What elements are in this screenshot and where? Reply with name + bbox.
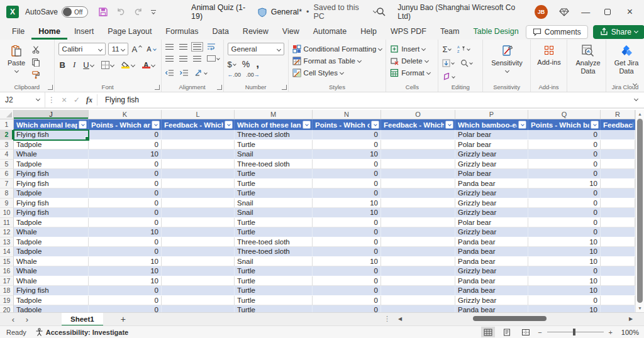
sensitivity-label[interactable]: General* [271, 8, 302, 16]
cell-J9[interactable]: Flying fish [14, 199, 89, 209]
cell-M13[interactable]: Three-toed sloth [235, 237, 313, 248]
cell-P11[interactable]: Polar bear [455, 218, 528, 228]
font-size-select[interactable]: 11 [108, 43, 128, 55]
sheet-nav-right-icon[interactable]: › [20, 315, 34, 324]
cell-N14[interactable]: 0 [313, 247, 381, 257]
vertical-scroll-thumb[interactable] [637, 119, 643, 303]
cell-N9[interactable]: 10 [313, 199, 381, 209]
addins-button[interactable]: Add-ins [535, 43, 564, 67]
row-header-6[interactable]: 6 [0, 169, 14, 179]
cell-Q5[interactable]: 0 [528, 160, 601, 170]
cell-L7[interactable] [162, 179, 235, 189]
row-header-15[interactable]: 15 [0, 257, 14, 267]
clear-button[interactable] [442, 70, 455, 83]
cell-M9[interactable]: Snail [235, 199, 313, 209]
cell-K5[interactable]: 0 [89, 160, 162, 170]
select-all-corner[interactable] [0, 110, 14, 119]
filter-button-Q[interactable] [591, 121, 599, 129]
tab-insert[interactable]: Insert [67, 24, 101, 40]
diamond-icon[interactable] [559, 7, 569, 17]
cell-O11[interactable] [381, 218, 455, 228]
cell-K20[interactable]: 0 [89, 305, 162, 312]
cell-P7[interactable]: Panda bear [455, 179, 528, 189]
tab-automate[interactable]: Automate [306, 24, 354, 40]
insert-function-icon[interactable]: fx [83, 95, 96, 105]
row-header-4[interactable]: 4 [0, 150, 14, 160]
table-header-cell-J1[interactable]: Which animal leaps o [14, 119, 89, 130]
cell-O18[interactable] [381, 286, 455, 296]
cell-O7[interactable] [381, 179, 455, 189]
cell-M2[interactable]: Three-toed sloth [235, 130, 313, 140]
column-header-N[interactable]: N [313, 110, 381, 119]
cell-L11[interactable] [162, 218, 235, 228]
row-header-2[interactable]: 2 [0, 130, 14, 140]
horizontal-scroll-thumb[interactable] [473, 316, 546, 321]
cell-J19[interactable]: Tadpole [14, 296, 89, 306]
cell-R8[interactable] [601, 188, 635, 199]
cell-P8[interactable]: Grizzly bear [455, 188, 528, 199]
cell-J2[interactable]: Flying fish [14, 130, 89, 140]
cell-Q14[interactable]: 10 [528, 247, 601, 257]
table-header-cell-Q1[interactable]: Points - Which bamb [528, 119, 601, 130]
increase-decimal-button[interactable]: ←.00 [228, 72, 242, 78]
cell-J10[interactable]: Flying fish [14, 208, 89, 218]
horizontal-scroll-track[interactable] [404, 312, 626, 325]
cell-N4[interactable]: 10 [313, 150, 381, 160]
cell-R14[interactable] [601, 247, 635, 257]
cell-P4[interactable]: Grizzly bear [455, 150, 528, 160]
filter-button-J[interactable] [79, 121, 87, 129]
cell-K10[interactable]: 0 [89, 208, 162, 218]
cell-Q18[interactable]: 10 [528, 286, 601, 296]
cell-J4[interactable]: Whale [14, 150, 89, 160]
row-header-17[interactable]: 17 [0, 276, 14, 286]
cell-N5[interactable]: 0 [313, 160, 381, 170]
cell-O3[interactable] [381, 140, 455, 150]
paste-button[interactable]: Paste [4, 43, 29, 72]
decrease-decimal-button[interactable]: .00→ [246, 72, 260, 78]
cell-M16[interactable]: Turtle [235, 266, 313, 276]
orientation-button[interactable] [194, 67, 207, 79]
cell-R10[interactable] [601, 208, 635, 218]
decrease-indent-icon[interactable] [165, 70, 174, 76]
accessibility-status[interactable]: Accessibility: Investigate [35, 328, 128, 336]
cell-M3[interactable]: Turtle [235, 140, 313, 150]
cell-R20[interactable] [601, 305, 635, 312]
table-header-cell-M1[interactable]: Which of these land a [235, 119, 313, 130]
percent-button[interactable]: % [242, 59, 250, 69]
column-header-K[interactable]: K [89, 110, 162, 119]
cell-J18[interactable]: Flying fish [14, 286, 89, 296]
cell-O12[interactable] [381, 227, 455, 237]
tab-team[interactable]: Team [433, 24, 467, 40]
cell-Q13[interactable]: 10 [528, 237, 601, 248]
cell-N8[interactable]: 0 [313, 188, 381, 199]
cell-R3[interactable] [601, 140, 635, 150]
zoom-in-button[interactable]: + [609, 329, 613, 336]
currency-button[interactable]: $ [228, 58, 236, 70]
cell-K18[interactable]: 0 [89, 286, 162, 296]
cell-P9[interactable]: Grizzly bear [455, 199, 528, 209]
cell-O16[interactable] [381, 266, 455, 276]
column-header-L[interactable]: L [162, 110, 235, 119]
cell-P16[interactable]: Grizzly bear [455, 266, 528, 276]
copy-icon[interactable] [31, 58, 42, 68]
column-header-R[interactable]: R [601, 110, 635, 119]
cell-K4[interactable]: 10 [89, 150, 162, 160]
scroll-right-icon[interactable]: ▶ [626, 316, 635, 322]
cell-N15[interactable]: 10 [313, 257, 381, 267]
sensitivity-button[interactable]: Sensitivity [487, 43, 527, 72]
account-name[interactable]: Junyu Bao (Shanghai Wicresoft Co Ltd) [397, 3, 523, 21]
cell-L3[interactable] [162, 140, 235, 150]
column-header-J[interactable]: J [14, 110, 89, 119]
cell-L8[interactable] [162, 188, 235, 199]
zoom-level[interactable]: 100% [618, 329, 639, 336]
table-header-cell-L1[interactable]: Feedback - Which an [162, 119, 235, 130]
cell-Q15[interactable]: 10 [528, 257, 601, 267]
increase-indent-icon[interactable] [180, 70, 189, 76]
cell-O5[interactable] [381, 160, 455, 170]
cell-R4[interactable] [601, 150, 635, 160]
analyze-data-button[interactable]: Analyze Data [571, 43, 605, 75]
row-header-14[interactable]: 14 [0, 247, 14, 257]
cell-P17[interactable]: Panda bear [455, 276, 528, 286]
format-painter-icon[interactable] [31, 70, 42, 80]
align-right-icon[interactable] [193, 56, 201, 62]
